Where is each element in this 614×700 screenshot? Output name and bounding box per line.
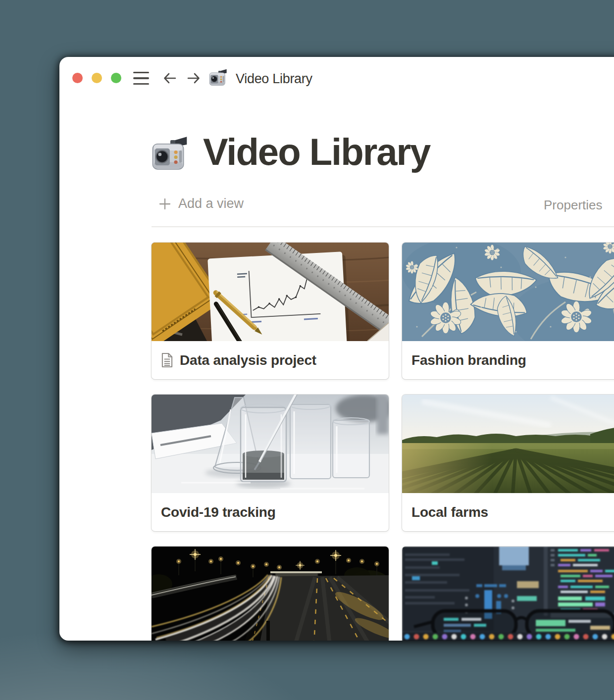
gallery-card-covid-tracking[interactable]: Covid-19 tracking — [152, 395, 389, 531]
plus-icon — [158, 198, 171, 210]
gallery-card-night-highway[interactable] — [152, 547, 389, 641]
menu-icon[interactable] — [133, 72, 149, 85]
gallery-card-fashion-branding[interactable]: Fashion branding — [402, 243, 614, 379]
card-cover-code-screens — [402, 547, 614, 641]
video-camera-icon — [208, 68, 228, 88]
document-icon — [161, 352, 173, 368]
card-title: Data analysis project — [180, 352, 316, 368]
card-cover-farm-field — [402, 395, 614, 493]
card-footer: Covid-19 tracking — [152, 493, 389, 531]
gallery-card-local-farms[interactable]: Local farms — [402, 395, 614, 531]
gallery-card-code-screens[interactable] — [402, 547, 614, 641]
gallery-grid: Data analysis project — [152, 243, 614, 641]
card-title: Covid-19 tracking — [161, 504, 276, 520]
back-arrow-icon[interactable] — [162, 70, 178, 86]
properties-button[interactable]: Properties — [544, 198, 603, 213]
card-cover-lab-glassware — [152, 395, 389, 493]
zoom-window-button[interactable] — [111, 73, 121, 83]
page-background: Video Library Video Library Add a view P… — [0, 0, 614, 700]
card-footer: Local farms — [402, 493, 614, 531]
card-footer: Data analysis project — [152, 341, 389, 379]
gallery-card-data-analysis[interactable]: Data analysis project — [152, 243, 389, 379]
card-cover-floral-pattern — [402, 243, 614, 341]
titlebar-page-title: Video Library — [236, 71, 312, 87]
app-window: Video Library Video Library Add a view P… — [59, 57, 614, 641]
close-window-button[interactable] — [72, 73, 83, 83]
video-camera-emoji — [151, 135, 190, 175]
forward-arrow-icon[interactable] — [186, 70, 202, 86]
card-cover-desk-chart — [152, 243, 389, 341]
toolbar-divider — [152, 226, 614, 227]
card-cover-night-highway — [152, 547, 389, 641]
minimize-window-button[interactable] — [92, 73, 102, 83]
card-footer: Fashion branding — [402, 341, 614, 379]
add-view-button[interactable]: Add a view — [158, 196, 244, 211]
page-title: Video Library — [203, 132, 430, 172]
card-title: Local farms — [411, 504, 488, 520]
add-view-label: Add a view — [178, 196, 244, 211]
card-title: Fashion branding — [411, 352, 526, 368]
